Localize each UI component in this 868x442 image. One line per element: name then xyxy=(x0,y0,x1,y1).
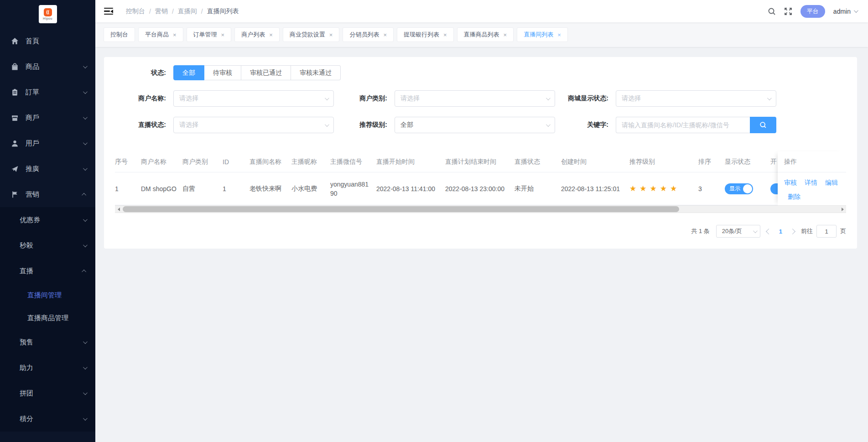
chevron-down-icon xyxy=(546,96,551,100)
goto-page-input[interactable] xyxy=(816,225,837,238)
platform-badge[interactable]: 平台 xyxy=(800,5,825,18)
breadcrumb-item[interactable]: 控制台 xyxy=(126,7,145,16)
page-number[interactable]: 1 xyxy=(777,228,784,235)
sidebar-item-assist[interactable]: 助力 xyxy=(0,355,95,380)
prev-page-icon[interactable] xyxy=(766,229,772,234)
keyword-input[interactable] xyxy=(616,117,750,133)
merchant-type-select[interactable]: 请选择 xyxy=(395,90,555,107)
logo-box: Hipou xyxy=(39,5,57,23)
sidebar-item-label: 营销 xyxy=(26,190,83,199)
detail-link[interactable]: 详情 xyxy=(805,179,817,187)
sidebar-item-label: 訂單 xyxy=(26,88,83,97)
star-icon[interactable]: ★ xyxy=(670,184,677,193)
logo[interactable]: Hipou xyxy=(0,0,95,28)
sidebar-collapse-icon[interactable] xyxy=(104,8,113,15)
breadcrumb-item[interactable]: 营销 xyxy=(155,7,168,16)
sidebar-item-orders[interactable]: 訂單 xyxy=(0,79,95,105)
sidebar-item-home[interactable]: 首頁 xyxy=(0,28,95,54)
fullscreen-icon[interactable] xyxy=(784,7,792,16)
scroll-right-arrow-icon[interactable] xyxy=(839,206,846,213)
col-header-actions: 操作 xyxy=(778,151,846,172)
tab-close-icon[interactable]: × xyxy=(504,31,507,38)
sidebar-item-merchants[interactable]: 商戶 xyxy=(0,105,95,130)
recommend-level-select[interactable]: 全部 xyxy=(395,117,555,133)
next-page-icon[interactable] xyxy=(790,229,795,234)
status-all-button[interactable]: 全部 xyxy=(173,65,204,80)
scroll-left-arrow-icon[interactable] xyxy=(115,206,122,213)
sidebar-item-users[interactable]: 用戶 xyxy=(0,130,95,156)
sidebar-item-promotion[interactable]: 推廣 xyxy=(0,156,95,182)
tab-distributor-list[interactable]: 分销员列表× xyxy=(343,27,394,42)
sidebar-item-points[interactable]: 積分 xyxy=(0,406,95,432)
star-icon[interactable]: ★ xyxy=(660,184,667,193)
breadcrumb-item[interactable]: 直播间 xyxy=(178,7,197,16)
sidebar-item-goods[interactable]: 商品 xyxy=(0,54,95,79)
cell-live-status: 未开始 xyxy=(515,185,561,193)
chevron-down-icon xyxy=(83,339,88,344)
display-status-toggle[interactable]: 显示 xyxy=(725,183,753,194)
status-rejected-button[interactable]: 审核未通过 xyxy=(291,65,341,80)
sidebar-item-marketing[interactable]: 营销 xyxy=(0,182,95,207)
tab-live-room-list[interactable]: 直播间列表× xyxy=(517,27,568,42)
audit-link[interactable]: 审核 xyxy=(784,179,797,187)
tab-close-icon[interactable]: × xyxy=(173,31,177,38)
tab-close-icon[interactable]: × xyxy=(329,31,333,38)
tab-close-icon[interactable]: × xyxy=(269,31,273,38)
tab-platform-goods[interactable]: 平台商品× xyxy=(138,27,183,42)
live-status-select[interactable]: 请选择 xyxy=(173,117,334,133)
merchant-name-select[interactable]: 请选择 xyxy=(173,90,334,107)
tab-close-icon[interactable]: × xyxy=(383,31,387,38)
search-icon[interactable] xyxy=(768,7,776,16)
toggle-label: 显示 xyxy=(729,185,740,192)
tab-console[interactable]: 控制台 xyxy=(104,27,135,42)
user-menu[interactable]: admin xyxy=(833,8,857,15)
delete-link[interactable]: 删除 xyxy=(788,193,800,201)
chevron-down-icon xyxy=(83,416,88,421)
sidebar-item-label: 优惠券 xyxy=(20,216,83,224)
cell-recommend-level: ★★★★★ xyxy=(629,184,698,193)
col-header-anchor-nickname: 主播昵称 xyxy=(291,158,330,166)
edit-link[interactable]: 编辑 xyxy=(825,179,838,187)
sidebar-item-live-room-management[interactable]: 直播间管理 xyxy=(0,284,95,307)
cell-room-name: 老铁快来啊 xyxy=(249,185,291,193)
tab-close-icon[interactable]: × xyxy=(557,31,561,38)
tab-merchant-list[interactable]: 商户列表× xyxy=(234,27,280,42)
status-filter-label: 状态: xyxy=(115,69,166,77)
sidebar-item-live-goods-management[interactable]: 直播商品管理 xyxy=(0,307,95,329)
tab-withdraw-bank-list[interactable]: 提现银行列表× xyxy=(397,27,454,42)
star-icon[interactable]: ★ xyxy=(639,184,646,193)
horizontal-scrollbar[interactable] xyxy=(115,205,846,213)
status-approved-button[interactable]: 审核已通过 xyxy=(241,65,291,80)
scrollbar-thumb[interactable] xyxy=(123,206,679,212)
mall-display-select[interactable]: 请选择 xyxy=(616,90,776,107)
sidebar-item-label: 直播 xyxy=(20,267,83,276)
cell-id: 1 xyxy=(223,185,249,192)
live-room-table: 序号 商户名称 商户类别 ID 直播间名称 主播昵称 主播微信号 直播开始时间 … xyxy=(115,151,846,205)
sidebar-item-label: 预售 xyxy=(20,338,83,347)
sidebar: Hipou 首頁 商品 訂單 商戶 用戶 推廣 xyxy=(0,0,95,442)
keyword-search-button[interactable] xyxy=(750,117,776,133)
tab-live-goods-list[interactable]: 直播商品列表× xyxy=(457,27,514,42)
tab-close-icon[interactable]: × xyxy=(443,31,447,38)
page-size-select[interactable]: 20条/页 xyxy=(716,225,760,238)
cell-index: 1 xyxy=(115,185,141,192)
cell-merchant-name: DM shopGO xyxy=(141,185,182,192)
star-icon[interactable]: ★ xyxy=(650,184,657,193)
chevron-down-icon xyxy=(83,166,88,171)
tab-close-icon[interactable]: × xyxy=(221,31,225,38)
chevron-down-icon xyxy=(325,122,329,127)
star-rating[interactable]: ★★★★★ xyxy=(629,184,694,193)
mall-display-label: 商城显示状态: xyxy=(557,94,608,103)
star-icon[interactable]: ★ xyxy=(629,184,636,193)
username: admin xyxy=(833,8,851,15)
col-header-sort: 排序 xyxy=(698,158,725,166)
col-header-end-time: 直播计划结束时间 xyxy=(445,158,515,166)
tab-business-loan-settings[interactable]: 商业贷款设置× xyxy=(283,27,340,42)
tab-order-management[interactable]: 订单管理× xyxy=(187,27,232,42)
sidebar-item-coupon[interactable]: 优惠券 xyxy=(0,207,95,233)
sidebar-item-groupbuy[interactable]: 拼团 xyxy=(0,380,95,406)
status-pending-button[interactable]: 待审核 xyxy=(204,65,241,80)
sidebar-item-seckill[interactable]: 秒殺 xyxy=(0,233,95,258)
sidebar-item-presale[interactable]: 预售 xyxy=(0,329,95,355)
sidebar-item-live[interactable]: 直播 xyxy=(0,258,95,284)
